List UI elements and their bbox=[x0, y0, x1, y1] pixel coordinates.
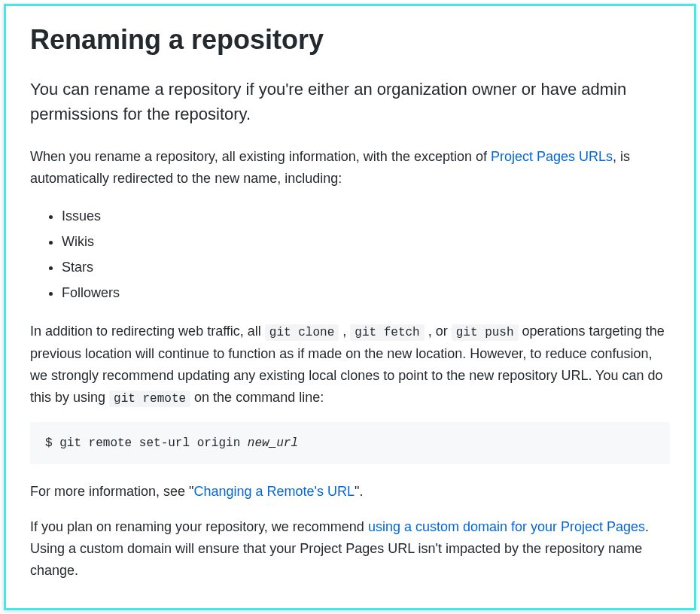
changing-remote-url-link[interactable]: Changing a Remote's URL bbox=[193, 484, 355, 499]
code-git-remote: git remote bbox=[109, 391, 190, 407]
text: When you rename a repository, all existi… bbox=[30, 149, 491, 164]
list-item: Followers bbox=[62, 280, 670, 305]
list-item: Wikis bbox=[62, 229, 670, 254]
text: ". bbox=[355, 484, 363, 499]
code-git-push: git push bbox=[452, 324, 519, 341]
code-block: $ git remote set-url origin new_url bbox=[30, 422, 670, 464]
text: For more information, see " bbox=[30, 484, 193, 499]
shell-prompt: $ bbox=[45, 436, 59, 450]
lead-paragraph: You can rename a repository if you're ei… bbox=[30, 77, 670, 126]
more-info-paragraph: For more information, see "Changing a Re… bbox=[30, 481, 670, 503]
shell-command: git remote set-url origin bbox=[59, 436, 248, 450]
text: , or bbox=[425, 324, 452, 339]
text: If you plan on renaming your repository,… bbox=[30, 519, 368, 534]
document-container: Renaming a repository You can rename a r… bbox=[4, 4, 696, 610]
list-item: Stars bbox=[62, 254, 670, 280]
redirect-list: Issues Wikis Stars Followers bbox=[62, 203, 670, 306]
code-git-fetch: git fetch bbox=[350, 324, 424, 341]
custom-domain-paragraph: If you plan on renaming your repository,… bbox=[30, 516, 670, 581]
list-item: Issues bbox=[62, 203, 670, 229]
text: , bbox=[339, 324, 350, 339]
text: on the command line: bbox=[190, 390, 324, 405]
page-title: Renaming a repository bbox=[30, 24, 670, 56]
text: In addition to redirecting web traffic, … bbox=[30, 324, 265, 339]
shell-placeholder: new_url bbox=[248, 436, 298, 450]
custom-domain-link[interactable]: using a custom domain for your Project P… bbox=[368, 519, 645, 534]
project-pages-link[interactable]: Project Pages URLs bbox=[491, 149, 613, 164]
intro-paragraph: When you rename a repository, all existi… bbox=[30, 146, 670, 190]
git-operations-paragraph: In addition to redirecting web traffic, … bbox=[30, 321, 670, 409]
code-git-clone: git clone bbox=[265, 324, 339, 341]
